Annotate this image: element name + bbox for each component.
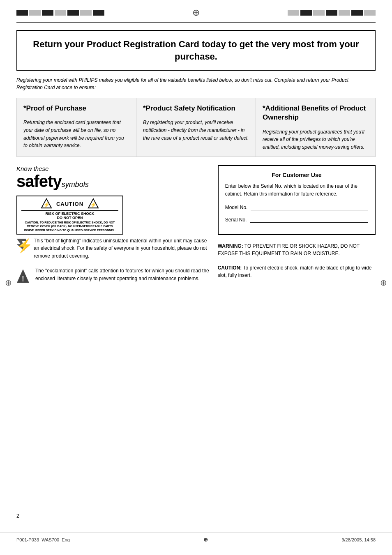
benefits-columns: *Proof of Purchase Returning the enclose… — [16, 98, 376, 157]
serial-no-field: Serial No. — [225, 216, 368, 223]
footer: P001-P033_WAS700_Eng ⊕ 9/28/2005, 14:58 — [0, 532, 392, 547]
block-r2 — [300, 10, 312, 16]
safety-section: Know these safetysymbols ⚡ CAUTION ⚡ — [16, 165, 210, 293]
caution-fine-print: CAUTION: TO REDUCE THE RISK OF ELECTRIC … — [21, 221, 118, 232]
svg-text:⚡: ⚡ — [90, 201, 97, 208]
title-box: Return your Product Registration Card to… — [16, 30, 376, 71]
caution-header: ⚡ CAUTION ⚡ — [21, 198, 118, 210]
exclaim-description: The "exclamation point" calls attention … — [35, 267, 210, 282]
svg-text:⚡: ⚡ — [43, 201, 50, 208]
col-additional: *Additional Benefits of Product Ownershi… — [256, 98, 375, 157]
safety-large: safetysymbols — [16, 172, 210, 191]
block4 — [55, 10, 66, 16]
exclamation-icon: ! — [16, 269, 30, 286]
caution-box: ⚡ CAUTION ⚡ RISK OF ELECTRIC SHOCKDO NOT… — [16, 196, 123, 234]
footer-filename: P001-P033_WAS700_Eng — [16, 537, 70, 542]
know-these-label: Know these — [16, 165, 210, 172]
col-additional-body: Registering your product guarantees that… — [263, 128, 369, 151]
block-r6 — [351, 10, 363, 16]
svg-text:!: ! — [22, 275, 24, 283]
caution-subtitle: RISK OF ELECTRIC SHOCKDO NOT OPEN — [21, 210, 118, 220]
caution-left-triangle-icon: ⚡ — [41, 198, 52, 210]
col-safety: *Product Safety Notification By register… — [136, 98, 256, 157]
caution-label: CAUTION: — [218, 265, 242, 271]
col-proof-title: *Proof of Purchase — [23, 104, 129, 113]
safety-item-exclaim: ! The "exclamation point" calls attentio… — [16, 267, 210, 286]
page-number: 2 — [16, 513, 19, 519]
serial-input-line — [250, 216, 368, 223]
top-crosshair-icon: ⊕ — [192, 7, 200, 18]
block6 — [80, 10, 92, 16]
main-title: Return your Product Registration Card to… — [27, 38, 365, 62]
col-proof: *Proof of Purchase Returning the enclose… — [17, 98, 136, 157]
caution-title-text: CAUTION — [56, 201, 83, 207]
caution-note-block: CAUTION: To prevent electric shock, matc… — [218, 264, 376, 279]
customer-use-box: For Customer Use Enter below the Serial … — [218, 165, 376, 235]
model-no-field: Model No. — [225, 204, 368, 210]
col-additional-title: *Additional Benefits of Product Ownershi… — [263, 104, 369, 122]
col-safety-body: By registering your product, you'll rece… — [143, 119, 249, 142]
customer-use-text: Enter below the Serial No. which is loca… — [225, 182, 368, 198]
block-r7 — [364, 10, 376, 16]
left-crosshair-icon: ⊕ — [5, 278, 12, 288]
customer-use-title: For Customer Use — [225, 172, 368, 178]
model-label: Model No. — [225, 205, 248, 210]
top-rule — [16, 22, 376, 23]
warning-text: WARNING: TO PREVENT FIRE OR SHOCK HAZARD… — [218, 242, 376, 258]
warning-block: WARNING: TO PREVENT FIRE OR SHOCK HAZARD… — [218, 242, 376, 258]
safety-word: safety — [16, 172, 62, 191]
lightning-description: This "bolt of lightning" indicates unins… — [34, 237, 210, 260]
caution-note-text: CAUTION: To prevent electric shock, matc… — [218, 264, 376, 279]
block-r1 — [288, 10, 299, 16]
col-safety-title: *Product Safety Notification — [143, 104, 249, 113]
block-r4 — [326, 10, 337, 16]
serial-label: Serial No. — [225, 217, 247, 223]
warning-label: WARNING: — [218, 243, 243, 249]
block5 — [67, 10, 79, 16]
model-input-line — [251, 204, 368, 210]
block3 — [42, 10, 53, 16]
block-r5 — [339, 10, 350, 16]
footer-crosshair-icon: ⊕ — [203, 537, 208, 543]
top-border: ⊕ — [0, 0, 392, 22]
lightning-bolt-icon: ⚡ — [16, 239, 28, 253]
block-r3 — [313, 10, 325, 16]
safety-item-lightning: ⚡ This "bolt of lightning" indicates uni… — [16, 237, 210, 260]
col-proof-body: Returning the enclosed card guarantees t… — [23, 119, 129, 149]
footer-date: 9/28/2005, 14:58 — [341, 537, 376, 542]
block2 — [29, 10, 41, 16]
customer-use-section: For Customer Use Enter below the Serial … — [218, 165, 376, 293]
border-pattern-left — [16, 10, 104, 16]
right-crosshair-icon: ⊕ — [380, 278, 387, 288]
page: ⊕ ⊕ ⊕ Return your Product Registration C… — [0, 0, 392, 555]
caution-right-triangle-icon: ⚡ — [88, 198, 99, 210]
block1 — [16, 10, 28, 16]
bottom-section: Know these safetysymbols ⚡ CAUTION ⚡ — [16, 165, 376, 293]
border-pattern-right — [288, 10, 376, 16]
block7 — [93, 10, 104, 16]
bottom-rule — [16, 526, 376, 526]
intro-text: Registering your model with PHILIPS make… — [16, 76, 376, 91]
symbols-word: symbols — [62, 180, 89, 189]
